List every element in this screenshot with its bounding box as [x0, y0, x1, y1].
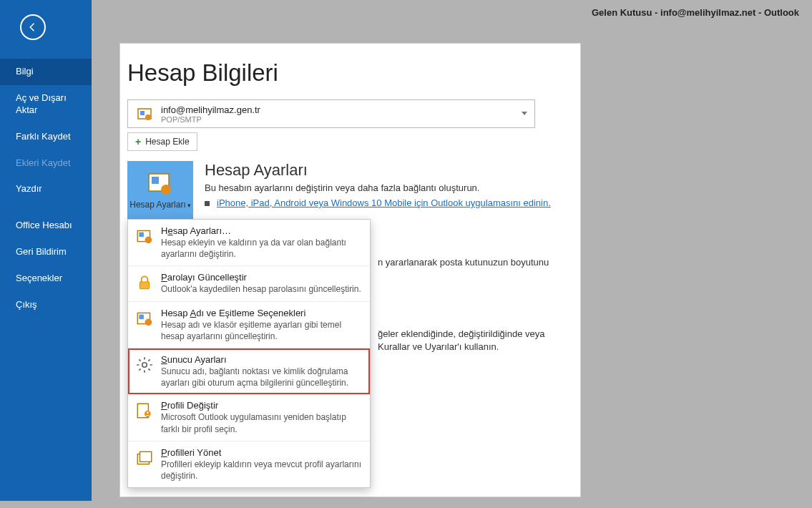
bg-text-rules-1: ğeler eklendiğinde, değiştirildiğinde ve… — [378, 328, 544, 339]
nav-item: Ekleri Kaydet — [0, 150, 92, 177]
menu-item[interactable]: Sunucu AyarlarıSunucu adı, bağlantı nokt… — [128, 348, 370, 394]
section-desc: Bu hesabın ayarlarını değiştirin veya da… — [205, 182, 580, 193]
profiles-icon — [135, 449, 154, 467]
menu-item-desc: Microsoft Outlook uygulamasını yeniden b… — [161, 411, 363, 434]
nav-item[interactable]: Seçenekler — [0, 265, 92, 292]
menu-item-desc: Hesap adı ve klasör eşitleme ayarları gi… — [161, 319, 363, 342]
backstage-sidebar: BilgiAç ve Dışarı AktarFarklı KaydetEkle… — [0, 0, 92, 501]
menu-item[interactable]: Hesap Adı ve Eşitleme SeçenekleriHesap a… — [128, 302, 370, 348]
account-icon — [132, 104, 157, 124]
bg-text-rules-2: Kurallar ve Uyarılar'ı kullanın. — [378, 341, 499, 352]
content-panel: Hesap Bilgileri info@melihyilmaz.gen.tr … — [119, 43, 581, 497]
svg-point-8 — [145, 237, 152, 244]
account-type: POP/SMTP — [161, 115, 260, 124]
menu-item-desc: Profilleri ekleyip kaldırın veya mevcut … — [161, 459, 363, 482]
svg-point-2 — [145, 114, 151, 120]
nav-item[interactable]: Çıkış — [0, 292, 92, 318]
menu-item[interactable]: Parolayı GüncelleştirOutlook'a kaydedile… — [128, 266, 370, 301]
svg-point-5 — [161, 185, 171, 195]
menu-item[interactable]: Profili DeğiştirMicrosoft Outlook uygula… — [128, 394, 370, 441]
account-selector[interactable]: info@melihyilmaz.gen.tr POP/SMTP — [127, 99, 535, 128]
svg-rect-4 — [152, 177, 159, 184]
account-settings-button[interactable]: Hesap Ayarları▾ — [127, 161, 193, 220]
svg-point-13 — [142, 363, 147, 368]
menu-item-desc: Outlook'a kaydedilen hesap parolasını gü… — [161, 283, 363, 295]
nav-separator — [0, 202, 92, 213]
back-button[interactable] — [20, 14, 46, 40]
nav-item[interactable]: Office Hesabı — [0, 213, 92, 239]
svg-point-15 — [145, 411, 151, 417]
svg-point-16 — [147, 412, 149, 414]
menu-item-title: Parolayı Güncelleştir — [161, 272, 363, 283]
menu-item[interactable]: Hesap Ayarları…Hesap ekleyin ve kaldırın… — [128, 220, 370, 266]
svg-point-12 — [145, 318, 152, 326]
gear-icon — [135, 356, 154, 374]
menu-item-title: Profilleri Yönet — [161, 447, 363, 458]
menu-item-title: Profili Değiştir — [161, 400, 363, 411]
bullet-icon — [205, 201, 210, 206]
window-title: Gelen Kutusu - info@melihyilmaz.net - Ou… — [592, 7, 799, 18]
account-icon — [135, 309, 154, 328]
svg-rect-7 — [139, 233, 144, 238]
nav-item[interactable]: Yazdır — [0, 176, 92, 202]
menu-item-title: Hesap Adı ve Eşitleme Seçenekleri — [161, 308, 363, 318]
menu-item-title: Sunucu Ayarları — [161, 354, 363, 365]
outlook-app-link[interactable]: iPhone, iPad, Android veya Windows 10 Mo… — [217, 197, 551, 208]
account-icon — [135, 227, 154, 245]
account-settings-menu: Hesap Ayarları…Hesap ekleyin ve kaldırın… — [127, 219, 371, 488]
nav-item[interactable]: Geri Bildirim — [0, 239, 92, 265]
bg-text-mailbox: n yararlanarak posta kutunuzun boyutunu — [378, 257, 549, 268]
svg-rect-11 — [139, 314, 144, 319]
chevron-down-icon — [522, 112, 527, 115]
nav-list: BilgiAç ve Dışarı AktarFarklı KaydetEkle… — [0, 59, 92, 318]
section-title: Hesap Ayarları — [205, 161, 580, 180]
menu-item[interactable]: Profilleri YönetProfilleri ekleyip kaldı… — [128, 441, 370, 487]
arrow-left-icon — [26, 21, 39, 34]
nav-item[interactable]: Bilgi — [0, 59, 92, 85]
add-account-button[interactable]: + Hesap Ekle — [127, 132, 197, 151]
menu-item-title: Hesap Ayarları… — [161, 225, 363, 236]
account-email: info@melihyilmaz.gen.tr — [161, 104, 260, 115]
menu-item-desc: Hesap ekleyin ve kaldırın ya da var olan… — [161, 237, 363, 260]
nav-item[interactable]: Farklı Kaydet — [0, 124, 92, 150]
page-title: Hesap Bilgileri — [127, 59, 580, 87]
menu-item-desc: Sunucu adı, bağlantı noktası ve kimlik d… — [161, 366, 363, 389]
account-settings-icon — [146, 171, 175, 197]
nav-item[interactable]: Aç ve Dışarı Aktar — [0, 85, 92, 124]
svg-rect-9 — [140, 282, 150, 289]
svg-rect-1 — [140, 111, 145, 115]
add-account-label: Hesap Ekle — [145, 137, 189, 147]
profile-icon — [135, 401, 154, 420]
plus-icon: + — [135, 136, 141, 147]
svg-rect-18 — [140, 451, 152, 461]
lock-icon — [135, 273, 154, 292]
